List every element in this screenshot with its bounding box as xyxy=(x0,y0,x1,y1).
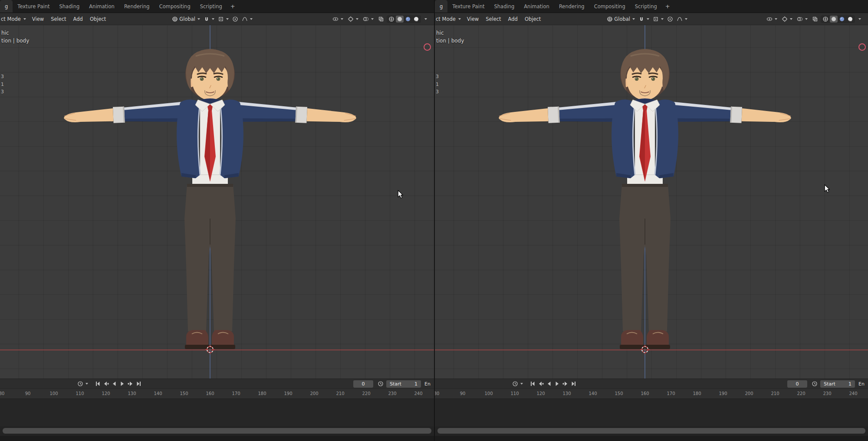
workspace-tab-texture-paint[interactable]: Texture Paint xyxy=(447,0,489,13)
snap-target-dropdown[interactable] xyxy=(651,16,665,22)
gizmo-icon xyxy=(782,16,788,22)
ruler-frame-label: 110 xyxy=(510,391,519,396)
menu-select[interactable]: Select xyxy=(47,16,69,22)
timeline-ruler[interactable]: 8090100110120130140150160170180190200210… xyxy=(0,389,434,399)
show-object-types-dropdown[interactable] xyxy=(765,16,779,22)
play-button[interactable] xyxy=(553,380,561,388)
overlays-dropdown[interactable] xyxy=(361,16,375,22)
workspace-tab-shading[interactable]: Shading xyxy=(490,0,519,13)
solid-sphere-icon xyxy=(831,16,837,22)
workspace-tab-scripting[interactable]: Scripting xyxy=(630,0,662,13)
play-reverse-button[interactable] xyxy=(545,380,553,388)
scrollbar-thumb[interactable] xyxy=(437,428,865,434)
workspace-tab-scripting[interactable]: Scripting xyxy=(195,0,227,13)
character-model[interactable] xyxy=(497,47,792,351)
workspace-tab-compositing[interactable]: Compositing xyxy=(155,0,195,13)
frame-end-field-cut[interactable]: En xyxy=(424,381,433,387)
ruler-frame-label: 120 xyxy=(102,391,110,396)
scrollbar-thumb[interactable] xyxy=(3,428,431,434)
frame-end-field-cut[interactable]: En xyxy=(858,381,867,387)
shading-solid-button[interactable] xyxy=(396,16,404,23)
viewport-3d[interactable]: hic tion | body 3 1 3 xyxy=(435,25,868,379)
workspace-tab-rendering[interactable]: Rendering xyxy=(119,0,155,13)
proportional-falloff-dropdown[interactable] xyxy=(240,16,254,22)
ruler-frame-label: 190 xyxy=(719,391,727,396)
shading-material-button[interactable] xyxy=(404,16,412,23)
play-button[interactable] xyxy=(118,380,126,388)
xray-toggle[interactable] xyxy=(810,16,820,22)
transform-orientation-dropdown[interactable]: Global xyxy=(170,16,202,22)
show-object-types-dropdown[interactable] xyxy=(331,16,345,22)
shading-rendered-button[interactable] xyxy=(412,16,420,23)
frame-start-field[interactable]: Start 1 xyxy=(820,380,855,388)
ruler-frame-label: 170 xyxy=(667,391,675,396)
workspace-tab-animation[interactable]: Animation xyxy=(84,0,119,13)
play-reverse-button[interactable] xyxy=(110,380,118,388)
workspace-tab-animation[interactable]: Animation xyxy=(519,0,554,13)
menu-view[interactable]: View xyxy=(464,16,482,22)
shading-wireframe-button[interactable] xyxy=(388,16,395,23)
shading-solid-button[interactable] xyxy=(830,16,838,23)
workspace-tab-compositing[interactable]: Compositing xyxy=(589,0,630,13)
shading-rendered-button[interactable] xyxy=(846,16,854,23)
editor-type-dropdown[interactable] xyxy=(512,381,523,387)
jump-to-end-button[interactable] xyxy=(569,380,578,388)
next-keyframe-button[interactable] xyxy=(561,380,569,388)
shading-options-dropdown[interactable] xyxy=(422,18,429,20)
current-frame-field[interactable]: 0 xyxy=(787,380,807,388)
transform-orientation-dropdown[interactable]: Global xyxy=(605,16,637,22)
workspace-tab-cut[interactable]: g xyxy=(435,0,447,13)
workspace-tab-texture-paint[interactable]: Texture Paint xyxy=(13,0,54,13)
jump-to-end-button[interactable] xyxy=(135,380,143,388)
jump-to-start-button[interactable] xyxy=(93,380,102,388)
auto-keying-clock-icon[interactable] xyxy=(812,381,818,387)
previous-keyframe-button[interactable] xyxy=(536,380,545,388)
menu-object[interactable]: Object xyxy=(521,16,544,22)
ruler-frame-label: 230 xyxy=(823,391,831,396)
gizmos-dropdown[interactable] xyxy=(346,16,360,22)
snapping-toggle[interactable] xyxy=(637,16,651,22)
ruler-frame-label: 140 xyxy=(154,391,162,396)
timeline-track-area[interactable] xyxy=(435,399,868,426)
next-keyframe-icon xyxy=(128,381,134,387)
current-frame-field[interactable]: 0 xyxy=(353,380,373,388)
object-mode-dropdown[interactable]: ct Mode xyxy=(0,16,29,22)
add-workspace-button[interactable]: + xyxy=(662,0,674,13)
workspace-tab-cut[interactable]: g xyxy=(0,0,13,13)
proportional-falloff-dropdown[interactable] xyxy=(675,16,689,22)
workspace-tab-shading[interactable]: Shading xyxy=(55,0,85,13)
ruler-frame-label: 100 xyxy=(484,391,493,396)
timeline-track-area[interactable] xyxy=(0,399,434,426)
proportional-editing-toggle[interactable] xyxy=(665,16,675,22)
timeline-ruler[interactable]: 8090100110120130140150160170180190200210… xyxy=(435,389,868,399)
next-keyframe-button[interactable] xyxy=(126,380,135,388)
overlays-dropdown[interactable] xyxy=(795,16,809,22)
frame-start-field[interactable]: Start 1 xyxy=(386,380,421,388)
chevron-down-icon xyxy=(371,18,374,20)
gizmos-dropdown[interactable] xyxy=(780,16,794,22)
menu-select[interactable]: Select xyxy=(482,16,504,22)
menu-view[interactable]: View xyxy=(29,16,47,22)
snapping-toggle[interactable] xyxy=(202,16,216,22)
proportional-editing-toggle[interactable] xyxy=(230,16,240,22)
shading-wireframe-button[interactable] xyxy=(822,16,829,23)
character-model[interactable] xyxy=(62,47,358,351)
object-mode-dropdown[interactable]: ct Mode xyxy=(435,16,464,22)
auto-keying-clock-icon[interactable] xyxy=(378,381,384,387)
window-footer xyxy=(0,436,434,441)
workspace-tab-rendering[interactable]: Rendering xyxy=(554,0,589,13)
menu-add[interactable]: Add xyxy=(70,16,86,22)
shading-material-button[interactable] xyxy=(838,16,846,23)
jump-to-start-button[interactable] xyxy=(528,380,536,388)
viewport-3d[interactable]: hic tion | body 3 1 3 xyxy=(0,25,434,379)
menu-add[interactable]: Add xyxy=(505,16,521,22)
shading-options-dropdown[interactable] xyxy=(856,18,863,20)
ruler-frame-label: 90 xyxy=(25,391,31,396)
menu-object[interactable]: Object xyxy=(86,16,109,22)
editor-type-dropdown[interactable] xyxy=(77,381,88,387)
previous-keyframe-button[interactable] xyxy=(102,380,110,388)
xray-toggle[interactable] xyxy=(376,16,386,22)
stats-overlay: 3 1 3 xyxy=(1,73,4,96)
add-workspace-button[interactable]: + xyxy=(227,0,239,13)
snap-target-dropdown[interactable] xyxy=(216,16,230,22)
